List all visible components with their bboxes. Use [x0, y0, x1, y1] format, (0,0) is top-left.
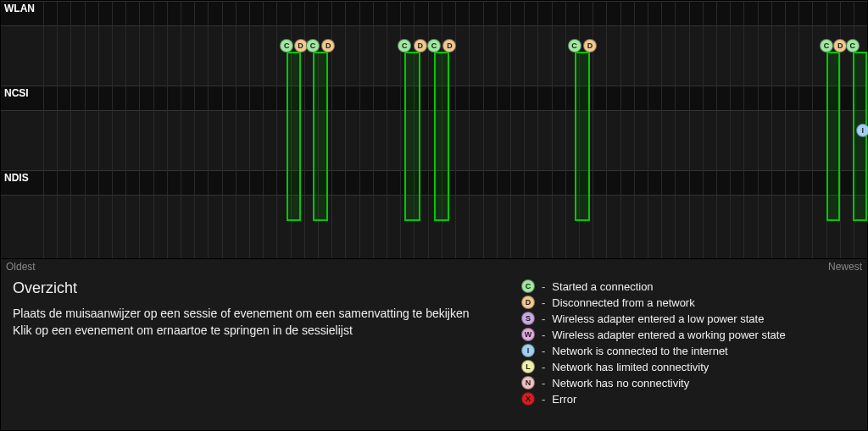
axis-oldest: Oldest [6, 261, 36, 273]
legend-icon-s: S [521, 312, 535, 325]
legend-icon-d: D [521, 296, 535, 309]
event-marker-c[interactable]: C [306, 39, 320, 52]
timeline-chart[interactable]: CDCDCDCDCDCDCI WLAN NCSI NDIS [1, 1, 867, 259]
overview-line2: Klik op een evenement om ernaartoe te sp… [13, 323, 487, 340]
event-marker-i[interactable]: I [856, 124, 868, 137]
event-marker-c[interactable]: C [427, 39, 441, 52]
axis-labels: Oldest Newest [1, 259, 867, 274]
legend-icon-l: L [521, 360, 535, 373]
overview-title: Overzicht [13, 279, 487, 297]
event-marker-d[interactable]: D [583, 39, 597, 52]
legend-row-n: N - Network has no connectivity [521, 376, 855, 390]
overview-line1: Plaats de muisaanwijzer op een sessie of… [13, 306, 487, 323]
legend-text-n: Network has no connectivity [552, 377, 689, 390]
overview-section: Overzicht Plaats de muisaanwijzer op een… [13, 279, 487, 422]
event-marker-c[interactable]: C [846, 39, 860, 52]
legend-text-d: Disconnected from a network [552, 296, 694, 309]
legend-icon-w: W [521, 328, 535, 341]
event-marker-d[interactable]: D [833, 39, 847, 52]
legend-row-w: W - Wireless adapter entered a working p… [521, 328, 855, 341]
event-marker-c[interactable]: C [398, 39, 411, 52]
legend-text-i: Network is connected to the internet [552, 345, 727, 357]
legend-icon-i: I [521, 344, 535, 357]
legend-row-s: S - Wireless adapter entered a low power… [521, 312, 855, 325]
legend: C - Started a connection D - Disconnecte… [521, 279, 855, 422]
legend-text-l: Network has limited connectivity [552, 361, 709, 373]
legend-row-i: I - Network is connected to the internet [521, 344, 855, 357]
app-root: CDCDCDCDCDCDCI WLAN NCSI NDIS Oldest New… [0, 0, 868, 431]
event-marker-c[interactable]: C [280, 39, 293, 52]
legend-row-c: C - Started a connection [521, 279, 855, 293]
legend-text-w: Wireless adapter entered a working power… [552, 329, 785, 341]
bottom-panel: Overzicht Plaats de muisaanwijzer op een… [1, 274, 867, 430]
event-marker-c[interactable]: C [820, 39, 833, 52]
legend-icon-x: X [521, 392, 535, 406]
event-markers: CDCDCDCDCDCDCI [1, 1, 867, 258]
event-marker-d[interactable]: D [321, 39, 335, 52]
axis-newest: Newest [828, 261, 862, 273]
legend-row-x: X - Error [521, 392, 855, 406]
legend-text-x: Error [552, 393, 576, 406]
legend-text-s: Wireless adapter entered a low power sta… [552, 312, 764, 325]
legend-text-c: Started a connection [552, 280, 653, 293]
legend-icon-n: N [521, 376, 535, 390]
legend-icon-c: C [521, 279, 535, 293]
event-marker-d[interactable]: D [442, 39, 456, 52]
event-marker-d[interactable]: D [414, 39, 427, 52]
legend-row-d: D - Disconnected from a network [521, 296, 855, 309]
legend-row-l: L - Network has limited connectivity [521, 360, 855, 373]
event-marker-c[interactable]: C [568, 39, 581, 52]
